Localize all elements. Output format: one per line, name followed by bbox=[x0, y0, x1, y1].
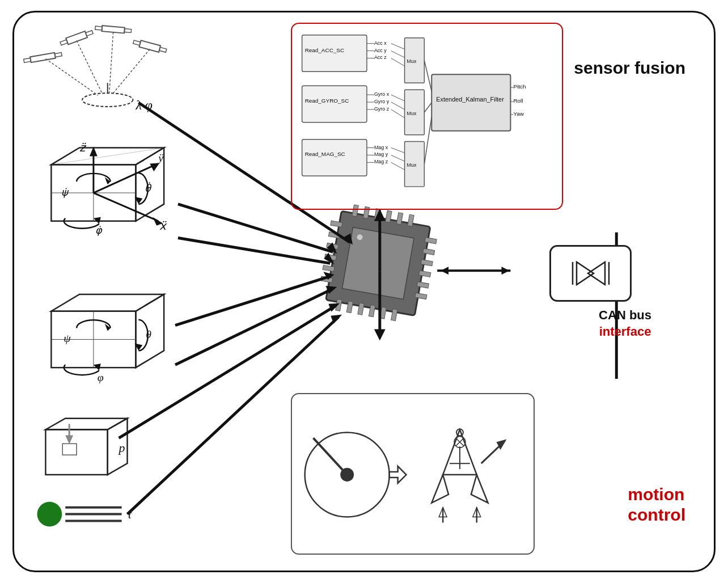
svg-line-146 bbox=[391, 95, 405, 101]
svg-rect-137 bbox=[405, 38, 425, 83]
svg-rect-11 bbox=[101, 26, 124, 33]
svg-rect-59 bbox=[342, 227, 414, 299]
svg-rect-58 bbox=[326, 211, 430, 315]
svg-marker-179 bbox=[439, 508, 447, 517]
svg-text:Read_ACC_SC: Read_ACC_SC bbox=[305, 47, 345, 53]
svg-text:Pitch: Pitch bbox=[513, 83, 526, 90]
svg-line-95 bbox=[175, 276, 330, 325]
svg-marker-104 bbox=[441, 267, 448, 274]
svg-rect-9 bbox=[24, 58, 31, 62]
svg-rect-7 bbox=[159, 47, 167, 52]
svg-line-143 bbox=[391, 44, 405, 49]
svg-rect-5 bbox=[139, 40, 160, 52]
svg-line-93 bbox=[178, 238, 330, 264]
svg-marker-21 bbox=[136, 148, 164, 221]
svg-rect-60 bbox=[352, 205, 358, 217]
svg-point-108 bbox=[37, 502, 62, 527]
svg-rect-83 bbox=[415, 293, 427, 299]
svg-rect-152 bbox=[431, 74, 510, 130]
svg-text:Yaw: Yaw bbox=[513, 111, 524, 117]
svg-line-91 bbox=[178, 204, 333, 252]
svg-rect-70 bbox=[380, 307, 386, 319]
svg-text:ψ̇: ψ̇ bbox=[61, 187, 69, 198]
svg-marker-29 bbox=[150, 163, 159, 171]
svg-marker-52 bbox=[45, 419, 127, 430]
svg-text:Mag z: Mag z bbox=[374, 159, 388, 164]
svg-rect-8 bbox=[30, 53, 56, 62]
svg-marker-41 bbox=[51, 294, 164, 311]
svg-text:Read_MAG_SC: Read_MAG_SC bbox=[305, 151, 345, 157]
svg-rect-113 bbox=[302, 35, 367, 72]
svg-text:Mux: Mux bbox=[407, 162, 417, 168]
svg-line-99 bbox=[119, 306, 336, 438]
svg-text:Read_GYRO_SC: Read_GYRO_SC bbox=[305, 98, 349, 104]
svg-marker-42 bbox=[136, 294, 164, 367]
svg-rect-82 bbox=[417, 282, 429, 288]
svg-line-101 bbox=[128, 317, 339, 514]
svg-marker-20 bbox=[51, 148, 164, 165]
svg-rect-10 bbox=[54, 53, 62, 57]
svg-rect-67 bbox=[346, 301, 353, 313]
svg-rect-51 bbox=[45, 430, 107, 475]
svg-rect-81 bbox=[419, 271, 431, 277]
svg-line-89 bbox=[138, 103, 350, 242]
svg-rect-6 bbox=[133, 40, 141, 45]
svg-text:p: p bbox=[118, 441, 125, 455]
svg-marker-56 bbox=[65, 435, 73, 444]
svg-line-145 bbox=[391, 58, 405, 66]
svg-text:φ: φ bbox=[98, 371, 104, 383]
svg-text:Gyro x: Gyro x bbox=[374, 91, 390, 97]
svg-line-176 bbox=[456, 438, 464, 446]
svg-rect-3 bbox=[60, 40, 67, 45]
motion-control-label: motion control bbox=[628, 484, 685, 525]
svg-rect-78 bbox=[425, 238, 437, 244]
svg-text:Gyro z: Gyro z bbox=[374, 106, 390, 112]
svg-marker-102 bbox=[331, 315, 342, 324]
svg-text:Acc y: Acc y bbox=[374, 48, 387, 53]
svg-rect-54 bbox=[62, 443, 77, 455]
svg-line-151 bbox=[391, 162, 405, 170]
svg-rect-19 bbox=[51, 164, 136, 221]
svg-line-15 bbox=[113, 49, 150, 94]
can-bus-label: CAN bus interface bbox=[599, 307, 651, 340]
svg-text:θ: θ bbox=[146, 328, 151, 340]
svg-marker-174 bbox=[497, 439, 507, 450]
svg-text:Gyro y: Gyro y bbox=[374, 99, 390, 104]
svg-rect-61 bbox=[363, 206, 370, 218]
svg-line-14 bbox=[77, 41, 102, 93]
svg-rect-68 bbox=[358, 303, 364, 315]
svg-text:Roll: Roll bbox=[513, 98, 523, 104]
svg-point-175 bbox=[454, 436, 465, 447]
svg-rect-139 bbox=[405, 90, 425, 135]
svg-marker-96 bbox=[323, 272, 334, 280]
svg-text:ψ: ψ bbox=[64, 332, 71, 344]
svg-rect-66 bbox=[336, 299, 342, 311]
svg-marker-49 bbox=[94, 364, 101, 370]
svg-marker-38 bbox=[94, 217, 101, 224]
svg-rect-40 bbox=[51, 311, 136, 367]
can-bus-box bbox=[549, 245, 632, 302]
svg-marker-181 bbox=[473, 508, 481, 517]
svg-marker-167 bbox=[443, 430, 477, 475]
svg-rect-141 bbox=[405, 142, 425, 187]
svg-rect-62 bbox=[374, 209, 380, 221]
svg-rect-2 bbox=[66, 31, 87, 44]
svg-marker-166 bbox=[390, 466, 407, 483]
svg-marker-168 bbox=[431, 475, 448, 503]
can-bus-icon bbox=[568, 256, 613, 290]
svg-marker-32 bbox=[153, 217, 163, 226]
svg-text:ẍ: ẍ bbox=[159, 219, 167, 232]
svg-marker-169 bbox=[471, 475, 488, 503]
svg-rect-121 bbox=[302, 86, 367, 122]
svg-line-97 bbox=[175, 289, 333, 365]
svg-line-149 bbox=[391, 148, 405, 153]
svg-rect-72 bbox=[331, 221, 342, 227]
svg-marker-98 bbox=[325, 286, 337, 294]
svg-line-147 bbox=[391, 102, 405, 109]
svg-marker-92 bbox=[327, 243, 337, 254]
svg-line-154 bbox=[424, 60, 431, 91]
svg-point-163 bbox=[305, 432, 390, 517]
svg-text:ÿ: ÿ bbox=[157, 151, 163, 164]
svg-line-173 bbox=[481, 441, 505, 463]
svg-line-150 bbox=[391, 155, 405, 161]
